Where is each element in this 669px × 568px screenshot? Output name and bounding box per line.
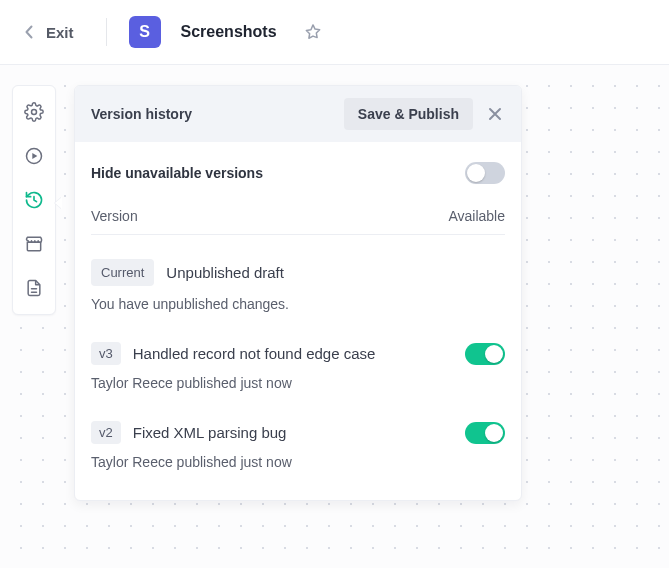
version-badge: Current (91, 259, 154, 286)
favorite-button[interactable] (303, 22, 323, 42)
available-toggle[interactable] (465, 422, 505, 444)
panel-title: Version history (91, 106, 192, 122)
topbar: Exit S Screenshots (0, 0, 669, 64)
version-badge: v3 (91, 342, 121, 365)
version-badge: v2 (91, 421, 121, 444)
app-icon: S (129, 16, 161, 48)
version-row[interactable]: Current Unpublished draft You have unpub… (91, 259, 505, 312)
toggle-knob (467, 164, 485, 182)
panel-header: Version history Save & Publish (75, 86, 521, 142)
canvas: Version history Save & Publish Hide unav… (0, 64, 669, 568)
play-circle-icon (24, 146, 44, 166)
column-version: Version (91, 208, 138, 224)
panel-caret (55, 197, 62, 209)
version-title: Fixed XML parsing bug (133, 424, 287, 441)
document-icon (24, 278, 44, 298)
version-meta: Taylor Reece published just now (91, 375, 505, 391)
page-title: Screenshots (181, 23, 277, 41)
tool-settings[interactable] (14, 90, 54, 134)
close-button[interactable] (485, 104, 505, 124)
exit-button[interactable]: Exit (24, 24, 74, 41)
column-available: Available (448, 208, 505, 224)
version-history-panel: Version history Save & Publish Hide unav… (74, 85, 522, 501)
toggle-knob (485, 345, 503, 363)
hide-unavailable-label: Hide unavailable versions (91, 165, 263, 181)
version-row[interactable]: v2 Fixed XML parsing bug Taylor Reece pu… (91, 421, 505, 470)
toggle-knob (485, 424, 503, 442)
version-title: Handled record not found edge case (133, 345, 376, 362)
version-meta: You have unpublished changes. (91, 296, 505, 312)
table-header: Version Available (91, 208, 505, 235)
storefront-icon (24, 234, 44, 254)
tool-run[interactable] (14, 134, 54, 178)
tool-history[interactable] (14, 178, 54, 222)
chevron-left-icon (24, 25, 34, 39)
panel-header-actions: Save & Publish (344, 98, 505, 130)
svg-point-0 (32, 110, 37, 115)
version-row[interactable]: v3 Handled record not found edge case Ta… (91, 342, 505, 391)
hide-unavailable-toggle[interactable] (465, 162, 505, 184)
version-meta: Taylor Reece published just now (91, 454, 505, 470)
history-icon (24, 190, 44, 210)
panel-body: Hide unavailable versions Version Availa… (75, 142, 521, 500)
exit-label: Exit (46, 24, 74, 41)
hide-unavailable-row: Hide unavailable versions (91, 162, 505, 184)
tool-docs[interactable] (14, 266, 54, 310)
save-publish-button[interactable]: Save & Publish (344, 98, 473, 130)
divider (106, 18, 107, 46)
version-title: Unpublished draft (166, 264, 284, 281)
tool-marketplace[interactable] (14, 222, 54, 266)
close-icon (487, 106, 503, 122)
left-toolbar (12, 85, 56, 315)
available-toggle[interactable] (465, 343, 505, 365)
app-initial: S (139, 23, 150, 41)
gear-icon (24, 102, 44, 122)
star-icon (303, 22, 323, 42)
